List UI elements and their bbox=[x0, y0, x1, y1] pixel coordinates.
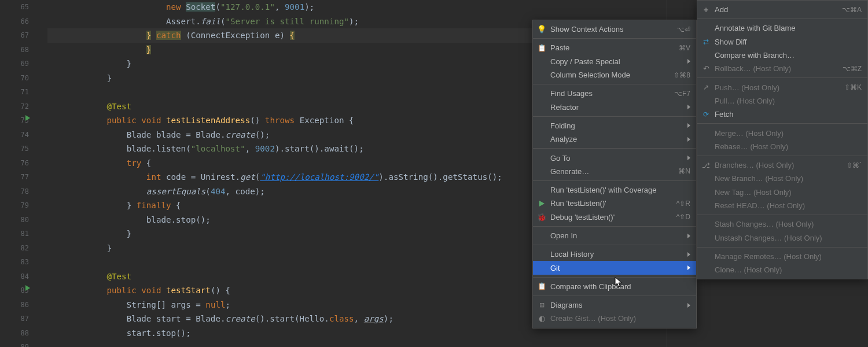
context-menu-item[interactable]: Generate…⌘N bbox=[533, 165, 696, 178]
line-number: 80 bbox=[0, 213, 29, 227]
code-line[interactable]: String[] args = null; bbox=[47, 298, 868, 312]
menu-shortcut: ⌥⌘A bbox=[842, 6, 862, 14]
menu-separator bbox=[697, 247, 867, 248]
context-menu-item[interactable]: Run 'testListen()' with Coverage bbox=[533, 183, 696, 197]
menu-label: Fetch bbox=[715, 110, 862, 119]
run-gutter-icon[interactable] bbox=[25, 115, 30, 121]
line-number: 89 bbox=[0, 340, 29, 347]
diag-icon: ⊞ bbox=[538, 301, 546, 309]
menu-shortcut: ⌘V bbox=[679, 44, 690, 52]
menu-shortcut: ^⇧D bbox=[676, 213, 690, 221]
menu-label: Folding bbox=[550, 121, 684, 130]
context-menu-item[interactable]: Git bbox=[533, 261, 696, 274]
menu-shortcut: ⇧⌘8 bbox=[674, 71, 690, 79]
code-line[interactable]: start.stop(); bbox=[47, 326, 868, 341]
line-number: 88 bbox=[0, 326, 29, 341]
menu-label: Manage Remotes… (Host Only) bbox=[715, 252, 862, 261]
menu-label: Run 'testListen()' bbox=[550, 199, 676, 208]
git-menu-item[interactable]: Compare with Branch… bbox=[697, 49, 867, 62]
menu-label: Stash Changes… (Host Only) bbox=[715, 220, 862, 228]
context-menu-item[interactable]: Copy / Paste Special bbox=[533, 55, 696, 68]
line-number: 86 bbox=[0, 298, 29, 312]
line-number: 82 bbox=[0, 241, 29, 256]
git-menu-item[interactable]: ⟳Fetch bbox=[697, 108, 867, 121]
line-number: 74 bbox=[0, 128, 29, 142]
context-menu-item[interactable]: 🐞Debug 'testListen()'^⇧D bbox=[533, 211, 696, 224]
context-menu-item[interactable]: Column Selection Mode⇧⌘8 bbox=[533, 68, 696, 82]
menu-label: Column Selection Mode bbox=[550, 71, 674, 79]
context-menu-item[interactable]: Local History bbox=[533, 248, 696, 261]
menu-label: Find Usages bbox=[550, 89, 674, 98]
git-menu-item: Clone… (Host Only) bbox=[697, 263, 867, 276]
menu-label: Show Context Actions bbox=[550, 25, 676, 34]
bulb-icon: 💡 bbox=[538, 25, 546, 34]
context-menu-item: ◐Create Gist… (Host Only) bbox=[533, 312, 696, 325]
code-line[interactable] bbox=[47, 340, 868, 347]
git-menu-item[interactable]: Annotate with Git Blame bbox=[697, 21, 867, 35]
menu-label: Diagrams bbox=[550, 301, 684, 309]
menu-label: Reset HEAD… (Host Only) bbox=[715, 201, 862, 210]
menu-label: Rebase… (Host Only) bbox=[715, 142, 862, 151]
context-menu-item[interactable]: Go To bbox=[533, 151, 696, 164]
line-number: 71 bbox=[0, 85, 29, 99]
diff-icon: ⇄ bbox=[702, 38, 710, 46]
submenu-arrow-icon bbox=[687, 123, 690, 128]
menu-separator bbox=[697, 77, 867, 78]
context-menu-item[interactable]: 💡Show Context Actions⌥⏎ bbox=[533, 23, 696, 36]
context-menu-item[interactable]: Run 'testListen()'^⇧R bbox=[533, 197, 696, 210]
mouse-cursor bbox=[615, 276, 624, 288]
context-menu-item[interactable]: 📋Paste⌘V bbox=[533, 41, 696, 54]
code-line[interactable]: public void testStart() { bbox=[47, 283, 868, 298]
context-menu-item[interactable]: Refactor bbox=[533, 100, 696, 113]
menu-label: Add bbox=[715, 5, 842, 14]
line-number: 83 bbox=[0, 255, 29, 270]
submenu-arrow-icon bbox=[687, 234, 690, 238]
menu-label: Refactor bbox=[550, 103, 684, 112]
menu-label: Analyze bbox=[550, 135, 684, 143]
menu-label: Git bbox=[550, 264, 684, 272]
git-menu-item: Stash Changes… (Host Only) bbox=[697, 217, 867, 231]
git-menu-item[interactable]: +Add⌥⌘A bbox=[697, 3, 867, 16]
submenu-arrow-icon bbox=[687, 105, 690, 109]
git-menu-item[interactable]: ⇄Show Diff bbox=[697, 35, 867, 49]
context-menu-item[interactable]: Analyze bbox=[533, 132, 696, 146]
fetch-icon: ⟳ bbox=[702, 110, 710, 119]
line-number: 85 bbox=[0, 283, 29, 298]
menu-label: Generate… bbox=[550, 167, 678, 176]
run-gutter-icon[interactable] bbox=[25, 285, 30, 291]
git-submenu[interactable]: +Add⌥⌘AAnnotate with Git Blame⇄Show Diff… bbox=[697, 0, 868, 279]
submenu-arrow-icon bbox=[687, 137, 690, 142]
menu-shortcut: ⌥⌘Z bbox=[843, 65, 862, 73]
code-line[interactable]: Blade start = Blade.create().start(Hello… bbox=[47, 312, 868, 326]
line-number: 72 bbox=[0, 99, 29, 114]
line-number: 67 bbox=[0, 28, 29, 43]
menu-separator bbox=[533, 226, 696, 227]
add-icon: + bbox=[702, 6, 710, 14]
clip-icon: 📋 bbox=[538, 44, 546, 52]
git-menu-item: Merge… (Host Only) bbox=[697, 126, 867, 139]
menu-separator bbox=[533, 180, 696, 181]
git-menu-item: ↶Rollback… (Host Only)⌥⌘Z bbox=[697, 62, 867, 75]
menu-separator bbox=[697, 215, 867, 215]
rollback-icon: ↶ bbox=[702, 65, 710, 73]
git-menu-item: Manage Remotes… (Host Only) bbox=[697, 250, 867, 263]
menu-shortcut: ^⇧R bbox=[676, 200, 690, 208]
menu-separator bbox=[697, 19, 867, 19]
context-menu-item[interactable]: Open In bbox=[533, 229, 696, 242]
menu-shortcut: ⌥F7 bbox=[674, 90, 690, 98]
menu-label: Pull… (Host Only) bbox=[715, 97, 862, 105]
menu-label: New Tag… (Host Only) bbox=[715, 188, 862, 197]
menu-label: Copy / Paste Special bbox=[550, 57, 684, 66]
git-menu-item: Pull… (Host Only) bbox=[697, 94, 867, 108]
git-menu-item: Rebase… (Host Only) bbox=[697, 140, 867, 153]
line-number: 65 bbox=[0, 0, 29, 14]
menu-separator bbox=[533, 245, 696, 245]
clip-icon: 📋 bbox=[538, 282, 546, 290]
tri-green-icon bbox=[538, 200, 546, 208]
context-menu-item[interactable]: Find Usages⌥F7 bbox=[533, 87, 696, 100]
context-menu-item[interactable]: ⊞Diagrams bbox=[533, 298, 696, 312]
submenu-arrow-icon bbox=[687, 265, 690, 270]
line-number: 78 bbox=[0, 184, 29, 199]
menu-label: Unstash Changes… (Host Only) bbox=[715, 234, 862, 242]
context-menu-item[interactable]: Folding bbox=[533, 119, 696, 132]
